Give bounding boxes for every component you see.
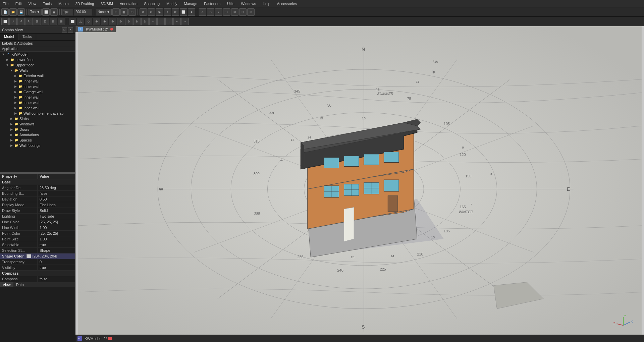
tb2-extra-14[interactable]: ← — [173, 18, 181, 25]
tb2-extra-1[interactable]: ⬜ — [69, 18, 76, 25]
tb-extra-2[interactable]: S — [207, 8, 214, 16]
zoom-input[interactable] — [74, 9, 92, 15]
tree-item-kwmodel[interactable]: ▼ 🗋 KWModel — [0, 52, 75, 57]
toolbar-btn-11[interactable]: ⟳ — [172, 8, 179, 16]
tree-item-windows[interactable]: ▶ 📁 Windows — [0, 121, 75, 127]
toolbar-btn-3[interactable]: ▣ — [50, 8, 58, 16]
tab-model[interactable]: Model — [0, 34, 18, 40]
tree-item-inner-wall-2[interactable]: ▶ 📁 Inner wall — [0, 84, 75, 89]
menu-accessories[interactable]: Accessories — [276, 1, 298, 6]
tree-item-inner-wall-1[interactable]: ▶ 📁 Inner wall — [0, 78, 75, 84]
menu-macro[interactable]: Macro — [57, 1, 70, 6]
tree-item-inner-wall-3[interactable]: ▶ 📁 Inner wall — [0, 95, 75, 100]
tb-extra-6[interactable]: ⊟ — [239, 8, 247, 16]
tree-item-garage-wall[interactable]: ▶ 📁 Garage wall — [0, 89, 75, 95]
menu-modify[interactable]: Modify — [165, 1, 178, 6]
tree-item-lower-floor[interactable]: ▶ 📁 Lower floor — [0, 57, 75, 62]
menu-3d-bim[interactable]: 3D/BIM — [99, 1, 114, 6]
tb2-btn-5[interactable]: ⊠ — [34, 18, 41, 25]
tab-view[interactable]: View — [0, 282, 13, 287]
tab-tasks[interactable]: Tasks — [18, 34, 36, 40]
viewport-area[interactable]: F KWModel : 2* — [75, 26, 644, 342]
tree-item-wall-footings[interactable]: ▶ 📁 Wall footings — [0, 143, 75, 148]
tree-item-doors[interactable]: ▶ 📁 Doors — [0, 127, 75, 132]
none-dropdown[interactable]: None ▼ — [96, 9, 112, 15]
tree-item-walls[interactable]: ▼ 📂 Walls — [0, 68, 75, 73]
combo-close-btn[interactable]: ✕ — [68, 27, 73, 33]
tb-extra-1[interactable]: A — [199, 8, 206, 16]
tb-extra-4[interactable]: ↑↓ — [223, 8, 230, 16]
tree-item-wall-complement[interactable]: ▶ 📁 Wall complement at slab — [0, 111, 75, 116]
tb2-extra-10[interactable]: ⊜ — [141, 18, 149, 25]
menu-utils[interactable]: Utils — [226, 1, 235, 6]
menu-windows[interactable]: Windows — [240, 1, 258, 6]
toolbar-btn-12[interactable]: ⬜ — [180, 8, 187, 16]
tb-extra-7[interactable]: ⊞ — [247, 8, 255, 16]
tree-item-exterior-wall[interactable]: ▶ 📁 Exterior wall — [0, 73, 75, 78]
toolbar-btn-2[interactable]: ⬜ — [42, 8, 50, 16]
menu-view[interactable]: View — [27, 1, 38, 6]
tree-item-upper-floor[interactable]: ▼ 📂 Upper floor — [0, 62, 75, 68]
tb2-extra-6[interactable]: ⊘ — [109, 18, 116, 25]
tb2-btn-6[interactable]: ⊡ — [42, 18, 49, 25]
tree-item-spaces[interactable]: ▶ 📁 Spaces — [0, 137, 75, 143]
menu-snapping[interactable]: Snapping — [143, 1, 161, 6]
tree-arrow-slabs: ▶ — [9, 117, 13, 120]
tb2-btn-2[interactable]: ↗ — [9, 18, 17, 25]
new-button[interactable]: 📄 — [1, 8, 9, 16]
tb2-extra-7[interactable]: ⊙ — [117, 18, 124, 25]
tb2-extra-11[interactable]: + — [149, 18, 157, 25]
menu-help[interactable]: Help — [261, 1, 272, 6]
toolbar-btn-13[interactable]: ■ — [188, 8, 195, 16]
save-button[interactable]: 💾 — [17, 8, 25, 16]
menu-2d-drafting[interactable]: 2D Drafting — [74, 1, 96, 6]
tb2-btn-3[interactable]: ↺ — [17, 18, 25, 25]
tb2-extra-4[interactable]: ⊕ — [93, 18, 100, 25]
tb2-btn-8[interactable]: ⊞ — [58, 18, 65, 25]
tb2-btn-7[interactable]: ⊟ — [50, 18, 57, 25]
tb2-extra-12[interactable]: ↑ — [157, 18, 165, 25]
menu-manage[interactable]: Manage — [182, 1, 199, 6]
open-button[interactable]: 📂 — [9, 8, 17, 16]
tb2-btn-4[interactable]: ↻ — [25, 18, 33, 25]
toolbar-btn-9[interactable]: ◉ — [156, 8, 163, 16]
toolbar-btn-6[interactable]: ⬡ — [128, 8, 136, 16]
svg-text:7: 7 — [470, 203, 472, 207]
tb2-btn-1[interactable]: ⬜ — [1, 18, 9, 25]
tb2-extra-9[interactable]: ⊛ — [133, 18, 141, 25]
svg-text:105: 105 — [444, 122, 450, 126]
tree-item-slabs[interactable]: ▶ 📁 Slabs — [0, 116, 75, 121]
toolbar-btn-7[interactable]: ✕ — [140, 8, 147, 16]
menu-annotation[interactable]: Annotation — [118, 1, 139, 6]
combo-float-btn[interactable]: □ — [62, 27, 67, 33]
tree-item-inner-wall-5[interactable]: ▶ 📁 Inner wall — [0, 105, 75, 111]
menu-bar: File Edit View Tools Macro 2D Drafting 3… — [0, 0, 644, 7]
prop-val-visibility: true — [38, 265, 75, 270]
toolbar-btn-4[interactable]: ⊞ — [112, 8, 120, 16]
combo-view-title: Combo View — [2, 28, 23, 32]
tree-arrow-kwmodel: ▼ — [1, 53, 5, 56]
tb2-extra-3[interactable]: ◇ — [85, 18, 92, 25]
prop-row-shape-color[interactable]: Shape Color [204, 204, 204] — [0, 253, 75, 259]
tb2-extra-5[interactable]: ⊗ — [101, 18, 108, 25]
menu-edit[interactable]: Edit — [14, 1, 23, 6]
toolbar-btn-5[interactable]: ▦ — [120, 8, 128, 16]
tab-data[interactable]: Data — [13, 282, 26, 287]
tb2-extra-2[interactable]: △ — [77, 18, 84, 25]
tb2-extra-8[interactable]: ⊚ — [125, 18, 132, 25]
tree-label-garage-wall: Garage wall — [23, 90, 43, 94]
line-width-input[interactable] — [61, 9, 73, 15]
tree-item-annotations[interactable]: ▶ 📁 Annotations — [0, 132, 75, 137]
menu-fasteners[interactable]: Fasteners — [203, 1, 222, 6]
toolbar-btn-8[interactable]: ⊕ — [148, 8, 155, 16]
tb-extra-3[interactable]: ⊻ — [215, 8, 222, 16]
tb2-extra-13[interactable]: ↓ — [165, 18, 173, 25]
toolbar-btn-10[interactable]: ✦ — [164, 8, 171, 16]
tree-item-inner-wall-4[interactable]: ▶ 📁 Inner wall — [0, 100, 75, 105]
tb2-extra-15[interactable]: → — [181, 18, 189, 25]
tb-extra-5[interactable]: ⊞ — [231, 8, 238, 16]
menu-file[interactable]: File — [1, 1, 10, 6]
menu-tools[interactable]: Tools — [42, 1, 53, 6]
svg-text:17: 17 — [280, 158, 284, 161]
view-dropdown[interactable]: Top ▼ — [29, 9, 42, 15]
